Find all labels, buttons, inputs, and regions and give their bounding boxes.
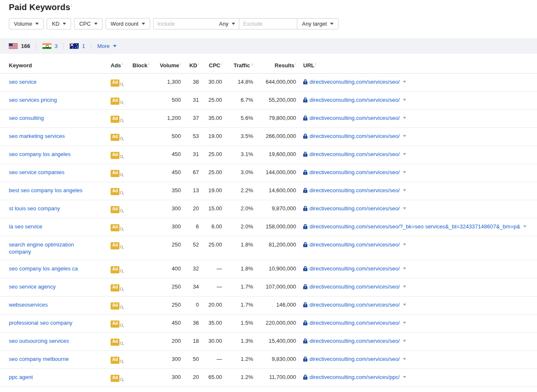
serp-preview-icon[interactable] bbox=[120, 101, 124, 105]
url-link[interactable]: directiveconsulting.com/services/seo/ bbox=[310, 78, 400, 85]
header-traffic[interactable]: Traffic bbox=[222, 57, 253, 74]
url-link[interactable]: directiveconsulting.com/services/seo/ bbox=[310, 241, 400, 248]
volume-filter-button[interactable]: Volume bbox=[9, 18, 44, 29]
url-link[interactable]: directiveconsulting.com/services/ppc/ bbox=[310, 373, 400, 381]
keyword-link[interactable]: st louis seo company bbox=[9, 205, 60, 212]
ad-badge[interactable]: Ad bbox=[111, 170, 119, 177]
keyword-link[interactable]: webseoservices bbox=[9, 301, 48, 308]
ad-badge[interactable]: Ad bbox=[111, 79, 119, 87]
keyword-link[interactable]: la seo service bbox=[9, 223, 42, 230]
keyword-link[interactable]: best seo company los angeles bbox=[9, 187, 82, 194]
keyword-link[interactable]: professional seo company bbox=[9, 319, 72, 326]
url-dropdown-icon[interactable] bbox=[403, 207, 406, 209]
serp-preview-icon[interactable] bbox=[120, 269, 124, 273]
keyword-link[interactable]: seo service agency bbox=[9, 283, 56, 290]
keyword-link[interactable]: ppc agent bbox=[9, 373, 33, 381]
keyword-link[interactable]: seo company melbourne bbox=[9, 355, 69, 363]
header-block[interactable]: Block bbox=[132, 57, 151, 74]
url-dropdown-icon[interactable] bbox=[403, 99, 406, 101]
ad-badge[interactable]: Ad bbox=[111, 284, 119, 291]
ad-badge[interactable]: Ad bbox=[111, 266, 119, 273]
url-dropdown-icon[interactable] bbox=[403, 135, 406, 137]
include-input[interactable] bbox=[157, 21, 217, 27]
ad-badge[interactable]: Ad bbox=[111, 320, 119, 328]
header-results[interactable]: Results bbox=[253, 57, 296, 74]
keyword-link[interactable]: seo marketing services bbox=[9, 132, 65, 140]
serp-preview-icon[interactable] bbox=[120, 305, 124, 310]
url-dropdown-icon[interactable] bbox=[403, 304, 406, 306]
serp-preview-icon[interactable] bbox=[120, 119, 124, 123]
include-mode-dropdown[interactable]: Any bbox=[219, 21, 235, 27]
serp-preview-icon[interactable] bbox=[120, 155, 124, 159]
target-dropdown-button[interactable]: Any target bbox=[297, 19, 338, 29]
keyword-link[interactable]: seo consulting bbox=[9, 114, 44, 122]
title-info-icon[interactable]: i bbox=[71, 3, 72, 8]
serp-preview-icon[interactable] bbox=[120, 82, 124, 87]
url-dropdown-icon[interactable] bbox=[403, 171, 406, 173]
keyword-link[interactable]: seo company los angeles ca bbox=[9, 265, 78, 272]
url-link[interactable]: directiveconsulting.com/services/seo/ bbox=[310, 96, 400, 103]
ad-badge[interactable]: Ad bbox=[111, 152, 119, 159]
url-dropdown-icon[interactable] bbox=[403, 286, 406, 288]
ad-badge[interactable]: Ad bbox=[111, 224, 119, 231]
url-dropdown-icon[interactable] bbox=[403, 189, 406, 191]
serp-preview-icon[interactable] bbox=[120, 323, 124, 328]
header-cpc[interactable]: CPC bbox=[199, 57, 222, 74]
url-dropdown-icon[interactable] bbox=[403, 376, 406, 378]
url-link[interactable]: directiveconsulting.com/services/seo/ bbox=[310, 265, 400, 272]
more-countries-button[interactable]: More bbox=[97, 43, 116, 49]
ad-badge[interactable]: Ad bbox=[111, 116, 119, 123]
url-link[interactable]: directiveconsulting.com/services/seo/ bbox=[310, 187, 400, 194]
header-url[interactable]: URL bbox=[296, 57, 537, 74]
keyword-link[interactable]: seo outsourcing services bbox=[9, 337, 69, 344]
ad-badge[interactable]: Ad bbox=[111, 242, 119, 249]
url-link[interactable]: directiveconsulting.com/services/seo/?_b… bbox=[310, 223, 520, 230]
keyword-link[interactable]: seo service companies bbox=[9, 169, 64, 176]
url-dropdown-icon[interactable] bbox=[403, 268, 406, 270]
header-volume[interactable]: Volume bbox=[151, 57, 181, 74]
ad-badge[interactable]: Ad bbox=[111, 339, 119, 346]
url-link[interactable]: directiveconsulting.com/services/seo/ bbox=[310, 319, 400, 326]
url-dropdown-icon[interactable] bbox=[403, 117, 406, 119]
serp-preview-icon[interactable] bbox=[120, 227, 124, 231]
country-tab-united-states[interactable]: 166 bbox=[9, 43, 30, 49]
keyword-link[interactable]: search engine optimization company bbox=[9, 241, 93, 255]
serp-preview-icon[interactable] bbox=[120, 287, 124, 291]
url-link[interactable]: directiveconsulting.com/services/seo/ bbox=[310, 151, 400, 158]
serp-preview-icon[interactable] bbox=[120, 360, 124, 364]
serp-preview-icon[interactable] bbox=[120, 191, 124, 195]
serp-preview-icon[interactable] bbox=[120, 342, 124, 346]
keyword-link[interactable]: seo service bbox=[9, 78, 37, 85]
url-link[interactable]: directiveconsulting.com/services/seo/ bbox=[310, 114, 400, 122]
url-dropdown-icon[interactable] bbox=[403, 244, 406, 246]
exclude-input[interactable] bbox=[243, 21, 293, 27]
ad-badge[interactable]: Ad bbox=[111, 357, 119, 364]
url-link[interactable]: directiveconsulting.com/services/seo/ bbox=[310, 205, 400, 212]
keyword-link[interactable]: seo company los angeles bbox=[9, 151, 71, 158]
ad-badge[interactable]: Ad bbox=[111, 188, 119, 195]
ad-badge[interactable]: Ad bbox=[111, 375, 119, 382]
serp-preview-icon[interactable] bbox=[120, 173, 124, 177]
url-dropdown-icon[interactable] bbox=[403, 153, 406, 155]
serp-preview-icon[interactable] bbox=[120, 378, 124, 382]
serp-preview-icon[interactable] bbox=[120, 245, 124, 249]
url-dropdown-icon[interactable] bbox=[403, 81, 406, 83]
keyword-link[interactable]: seo services pricing bbox=[9, 96, 57, 103]
url-dropdown-icon[interactable] bbox=[403, 340, 406, 342]
url-dropdown-icon[interactable] bbox=[403, 358, 406, 360]
url-link[interactable]: directiveconsulting.com/services/seo/ bbox=[310, 132, 400, 140]
header-kd[interactable]: KD bbox=[181, 57, 199, 74]
url-dropdown-icon[interactable] bbox=[523, 225, 526, 228]
cpc-filter-button[interactable]: CPC bbox=[74, 18, 102, 29]
ad-badge[interactable]: Ad bbox=[111, 206, 119, 213]
word-count-filter-button[interactable]: Word count bbox=[106, 18, 150, 29]
country-tab-australia[interactable]: 1 bbox=[70, 43, 85, 49]
ad-badge[interactable]: Ad bbox=[111, 134, 119, 141]
url-link[interactable]: directiveconsulting.com/services/seo/ bbox=[310, 169, 400, 176]
header-ads[interactable]: Ads bbox=[111, 57, 132, 74]
url-link[interactable]: directiveconsulting.com/services/seo/ bbox=[310, 301, 400, 308]
ad-badge[interactable]: Ad bbox=[111, 302, 119, 310]
url-link[interactable]: directiveconsulting.com/services/seo/ bbox=[310, 337, 400, 344]
serp-preview-icon[interactable] bbox=[120, 209, 124, 213]
url-dropdown-icon[interactable] bbox=[403, 322, 406, 324]
